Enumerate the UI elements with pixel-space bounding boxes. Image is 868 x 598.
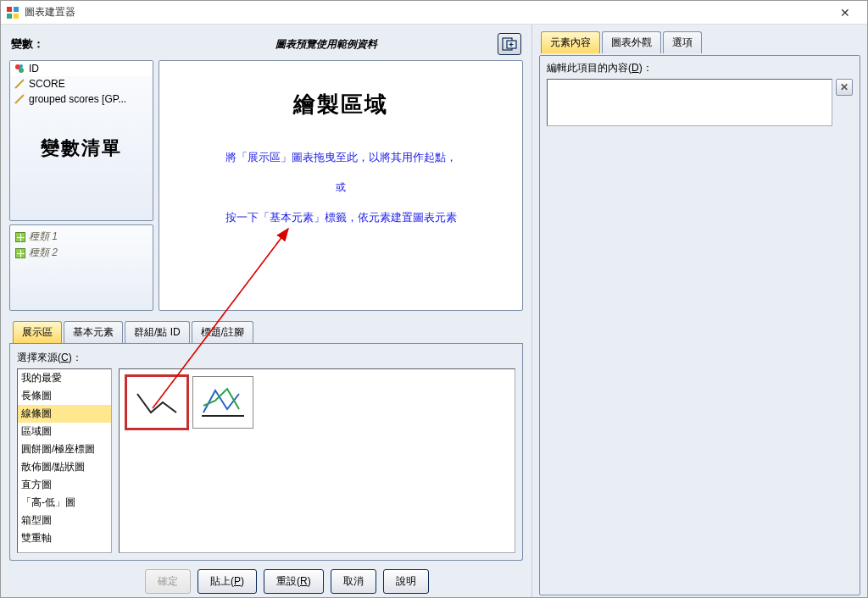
chart-thumb-multi-line[interactable] (192, 376, 253, 429)
svg-rect-3 (14, 14, 19, 19)
svg-rect-1 (14, 7, 19, 12)
button-row: 確定 貼上(P) 重設(R) 取消 說明 (9, 569, 523, 594)
property-body: 編輯此項目的內容(D)： ✕ (539, 55, 860, 595)
edit-content-textarea[interactable] (547, 79, 832, 126)
tab-groups-pointid[interactable]: 群組/點 ID (125, 321, 190, 343)
preview-caption: 圖表預覽使用範例資料 (155, 37, 498, 52)
category-item[interactable]: 種類 1 (14, 229, 149, 245)
cancel-button[interactable]: 取消 (331, 569, 376, 594)
property-tabs: 元素內容 圖表外觀 選項 (539, 30, 860, 55)
category-list[interactable]: 種類 1 種類 2 (9, 224, 153, 311)
source-item[interactable]: 線條圖 (18, 405, 111, 423)
tab-element-content[interactable]: 元素內容 (541, 31, 600, 53)
scale-icon (14, 78, 25, 90)
svg-point-9 (19, 68, 24, 73)
tab-basic-elements[interactable]: 基本元素 (64, 321, 123, 343)
svg-line-15 (15, 95, 24, 103)
gallery-body: 選擇來源(C)： 我的最愛 長條圖 線條圖 區域圖 圓餅圖/極座標圖 散佈圖/點… (9, 344, 523, 561)
thumbnail-panel (119, 368, 515, 553)
variable-name: SCORE (29, 78, 65, 90)
variable-item[interactable]: ID (10, 61, 153, 76)
source-item[interactable]: 區域圖 (18, 423, 111, 440)
source-item[interactable]: 雙重軸 (18, 529, 111, 547)
variable-item[interactable]: grouped scores [GP... (10, 91, 153, 107)
right-pane: 元素內容 圖表外觀 選項 編輯此項目的內容(D)： ✕ (531, 25, 867, 598)
svg-rect-0 (7, 7, 12, 12)
choose-source-label: 選擇來源(C)： (17, 351, 515, 365)
drop-or: 或 (336, 180, 346, 195)
reset-button[interactable]: 重設(R) (264, 569, 324, 594)
category-label: 種類 2 (29, 246, 58, 260)
variable-name: ID (29, 63, 39, 75)
nominal-icon (14, 63, 25, 75)
svg-point-10 (19, 64, 23, 68)
svg-rect-2 (7, 14, 12, 19)
window-title: 圖表建置器 (25, 5, 828, 19)
source-item[interactable]: 我的最愛 (18, 369, 111, 387)
tab-chart-appearance[interactable]: 圖表外觀 (602, 31, 661, 53)
tab-title-footnote[interactable]: 標題/註腳 (192, 321, 253, 343)
clear-button[interactable]: ✕ (836, 79, 853, 96)
paste-button[interactable]: 貼上(P) (198, 569, 257, 594)
variable-caption: 變數清單 (10, 136, 153, 161)
category-icon (15, 232, 25, 242)
source-item[interactable]: 箱型圖 (18, 512, 111, 529)
source-item[interactable]: 長條圖 (18, 387, 111, 405)
export-icon[interactable] (498, 33, 521, 55)
drop-title: 繪製區域 (293, 90, 388, 119)
left-header: 變數： 圖表預覽使用範例資料 (9, 30, 523, 58)
chart-thumb-simple-line[interactable] (126, 376, 187, 429)
tab-gallery[interactable]: 展示區 (13, 321, 62, 343)
variables-label: 變數： (11, 36, 155, 52)
titlebar: 圖表建置器 ✕ (1, 1, 867, 25)
close-button[interactable]: ✕ (828, 3, 862, 22)
variable-item[interactable]: SCORE (10, 76, 153, 91)
drop-line2: 按一下「基本元素」標籤，依元素建置圖表元素 (225, 210, 457, 225)
source-item[interactable]: 直方圖 (18, 476, 111, 494)
ok-button: 確定 (145, 569, 191, 594)
variable-list[interactable]: ID SCORE grouped scores [GP... 變數清單 (9, 60, 153, 221)
gallery-tabs: 展示區 基本元素 群組/點 ID 標題/註腳 (9, 321, 523, 344)
variable-name: grouped scores [GP... (29, 93, 126, 105)
category-item[interactable]: 種類 2 (14, 245, 149, 261)
scale-icon (14, 93, 25, 105)
help-button[interactable]: 說明 (383, 569, 429, 594)
edit-content-label: 編輯此項目的內容(D)： (547, 61, 853, 75)
svg-line-11 (15, 80, 24, 88)
tab-options[interactable]: 選項 (663, 31, 702, 53)
source-item[interactable]: 圓餅圖/極座標圖 (18, 440, 111, 458)
source-item[interactable]: 「高-低」圖 (18, 494, 111, 512)
category-icon (15, 248, 25, 258)
chart-drop-zone[interactable]: 繪製區域 將「展示區」圖表拖曳至此，以將其用作起點， 或 按一下「基本元素」標籤… (159, 60, 523, 311)
source-list[interactable]: 我的最愛 長條圖 線條圖 區域圖 圓餅圖/極座標圖 散佈圖/點狀圖 直方圖 「高… (17, 368, 112, 553)
drop-line1: 將「展示區」圖表拖曳至此，以將其用作起點， (225, 150, 457, 165)
source-item[interactable]: 散佈圖/點狀圖 (18, 458, 111, 476)
app-icon (6, 6, 19, 19)
left-pane: 變數： 圖表預覽使用範例資料 ID SCORE (1, 25, 531, 598)
category-label: 種類 1 (29, 230, 58, 244)
